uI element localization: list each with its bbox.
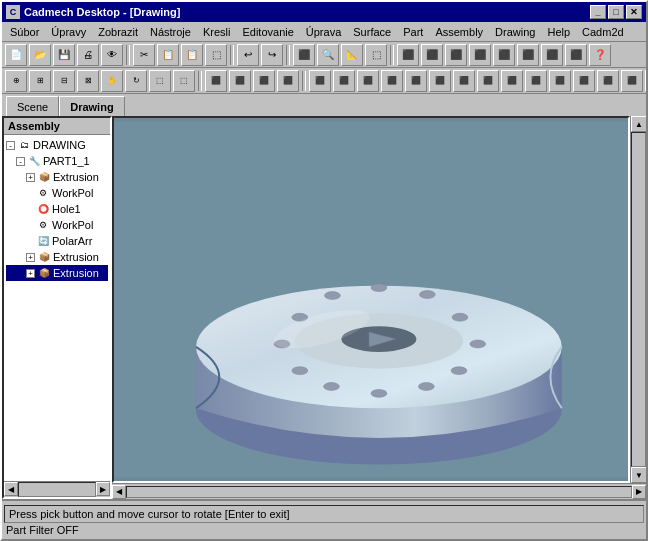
paste-button[interactable]: 📋 [181,44,203,66]
v-scroll-track[interactable] [631,132,646,467]
tool8-button[interactable]: ⬛ [565,44,587,66]
view1-button[interactable]: ⬚ [149,70,171,92]
draw13-button[interactable]: ⬛ [597,70,619,92]
scroll-down-button[interactable]: ▼ [631,467,646,483]
pan-button[interactable]: ✋ [101,70,123,92]
save-button[interactable]: 💾 [53,44,75,66]
tool4-button[interactable]: ⬛ [469,44,491,66]
hscroll-right-button[interactable]: ▶ [632,485,646,499]
draw4-button[interactable]: ⬛ [381,70,403,92]
zoom-window-button[interactable]: ⬛ [293,44,315,66]
expand-part1[interactable]: - [16,157,25,166]
separator-4 [390,45,394,65]
preview-button[interactable]: 👁 [101,44,123,66]
tree-item-extrusion2[interactable]: + 📦 Extrusion [6,249,108,265]
zoom-box-button[interactable]: ⊠ [77,70,99,92]
draw3-button[interactable]: ⬛ [357,70,379,92]
draw15-button[interactable]: ⬛ [645,70,646,92]
tree-item-polarArr[interactable]: 🔄 PolarArr [6,233,108,249]
draw10-button[interactable]: ⬛ [525,70,547,92]
zoom-all-button[interactable]: ⊞ [29,70,51,92]
separator-2 [230,45,234,65]
menu-editovanie[interactable]: Editovanie [236,24,299,40]
tool1-button[interactable]: ⬛ [397,44,419,66]
render3-button[interactable]: ⬛ [253,70,275,92]
close-button[interactable]: ✕ [626,5,642,19]
new-button[interactable]: 📄 [5,44,27,66]
viewport-3d[interactable] [112,116,630,483]
zoom-in-button[interactable]: 🔍 [317,44,339,66]
cut-button[interactable]: ✂ [133,44,155,66]
menu-nastroje[interactable]: Nástroje [144,24,197,40]
svg-point-9 [470,340,486,348]
draw9-button[interactable]: ⬛ [501,70,523,92]
menu-kresli[interactable]: Kresli [197,24,237,40]
expand-drawing[interactable]: - [6,141,15,150]
tree-item-workpol1[interactable]: ⚙ WorkPol [6,185,108,201]
draw11-button[interactable]: ⬛ [549,70,571,92]
select-button[interactable]: ⬚ [205,44,227,66]
draw14-button[interactable]: ⬛ [621,70,643,92]
expand-extrusion1[interactable]: + [26,173,35,182]
minimize-button[interactable]: _ [590,5,606,19]
scroll-track[interactable] [18,482,96,497]
print-button[interactable]: 🖨 [77,44,99,66]
render4-button[interactable]: ⬛ [277,70,299,92]
render2-button[interactable]: ⬛ [229,70,251,92]
menu-assembly[interactable]: Assembly [429,24,489,40]
undo-button[interactable]: ↩ [237,44,259,66]
tree-item-extrusion1[interactable]: + 📦 Extrusion [6,169,108,185]
tool3-button[interactable]: ⬛ [445,44,467,66]
zoom-prev-button[interactable]: ⊟ [53,70,75,92]
view2-button[interactable]: ⬚ [173,70,195,92]
menu-uprava[interactable]: Úprava [300,24,347,40]
tool7-button[interactable]: ⬛ [541,44,563,66]
menu-zobrazit[interactable]: Zobrazit [92,24,144,40]
expand-extrusion2[interactable]: + [26,253,35,262]
draw2-button[interactable]: ⬛ [333,70,355,92]
tool5-button[interactable]: ⬛ [493,44,515,66]
tree-item-part1[interactable]: - 🔧 PART1_1 [6,153,108,169]
tree-item-hole1[interactable]: ⭕ Hole1 [6,201,108,217]
draw1-button[interactable]: ⬛ [309,70,331,92]
menu-surface[interactable]: Surface [347,24,397,40]
menu-help[interactable]: Help [541,24,576,40]
draw5-button[interactable]: ⬛ [405,70,427,92]
tab-drawing[interactable]: Drawing [59,96,124,116]
hscroll-left-button[interactable]: ◀ [112,485,126,499]
tree-area[interactable]: - 🗂 DRAWING - 🔧 PART1_1 + 📦 Extrusion [4,135,110,481]
redo-button[interactable]: ↪ [261,44,283,66]
menu-subor[interactable]: Súbor [4,24,45,40]
rotate-button[interactable]: ↻ [125,70,147,92]
tool2-button[interactable]: ⬛ [421,44,443,66]
tool6-button[interactable]: ⬛ [517,44,539,66]
scroll-left-button[interactable]: ◀ [4,482,18,496]
scroll-up-button[interactable]: ▲ [631,116,646,132]
draw7-button[interactable]: ⬛ [453,70,475,92]
zoom-fit-button[interactable]: ⊕ [5,70,27,92]
copy-button[interactable]: 📋 [157,44,179,66]
scroll-right-button[interactable]: ▶ [96,482,110,496]
tree-item-drawing[interactable]: - 🗂 DRAWING [6,137,108,153]
menu-part[interactable]: Part [397,24,429,40]
menu-cadm2d[interactable]: Cadm2d [576,24,630,40]
draw6-button[interactable]: ⬛ [429,70,451,92]
separator-6 [302,71,306,91]
measure-button[interactable]: 📐 [341,44,363,66]
draw12-button[interactable]: ⬛ [573,70,595,92]
hscroll-track[interactable] [126,486,632,498]
maximize-button[interactable]: □ [608,5,624,19]
right-scrollbar: ▲ ▼ [630,116,646,483]
draw8-button[interactable]: ⬛ [477,70,499,92]
render1-button[interactable]: ⬛ [205,70,227,92]
help-button[interactable]: ❓ [589,44,611,66]
tab-scene[interactable]: Scene [6,96,59,116]
menu-drawing[interactable]: Drawing [489,24,541,40]
viewport-container: ▲ ▼ ◀ ▶ [112,116,646,499]
expand-extrusion3[interactable]: + [26,269,35,278]
view3d-button[interactable]: ⬚ [365,44,387,66]
open-button[interactable]: 📂 [29,44,51,66]
tree-item-extrusion3[interactable]: + 📦 Extrusion [6,265,108,281]
tree-item-workpol2[interactable]: ⚙ WorkPol [6,217,108,233]
menu-uprawy[interactable]: Úpravy [45,24,92,40]
